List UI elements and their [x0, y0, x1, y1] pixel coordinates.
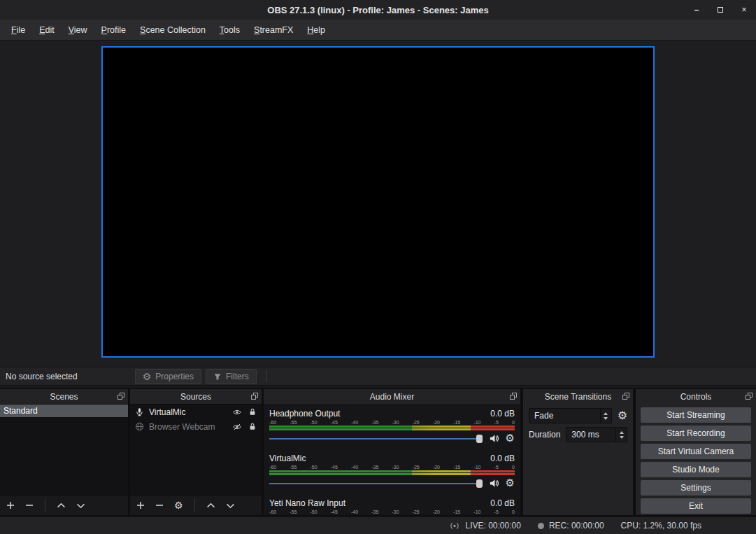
titlebar: OBS 27.1.3 (linux) - Profile: James - Sc… — [0, 0, 756, 20]
window-controls: – × — [692, 0, 749, 20]
popout-icon — [251, 393, 258, 400]
filters-button[interactable]: Filters — [206, 369, 257, 384]
source-toolbar: No source selected ⚙ Properties Filters — [0, 367, 756, 386]
menu-item-file[interactable]: File — [4, 22, 32, 38]
source-row-virtualmic[interactable]: VirtualMic — [130, 405, 262, 419]
close-button[interactable]: × — [739, 5, 749, 15]
minimize-button[interactable]: – — [692, 5, 701, 15]
source-properties-button[interactable]: ⚙ — [174, 500, 183, 510]
add-source-button[interactable] — [136, 501, 145, 510]
menu-item-view[interactable]: View — [62, 22, 94, 38]
move-scene-up-button[interactable] — [57, 503, 66, 509]
duration-value: 300 ms — [571, 430, 599, 440]
sources-popout-button[interactable] — [251, 393, 258, 400]
scene-transitions-body: Fade ⚙ Duration 300 ms — [523, 404, 633, 447]
visibility-toggle[interactable] — [232, 408, 242, 416]
rec-label: REC: 00:00:00 — [549, 521, 604, 531]
controls-body: Start Streaming Start Recording Start Vi… — [636, 404, 756, 520]
chevron-up-icon — [57, 503, 66, 509]
menu-item-edit[interactable]: Edit — [32, 22, 62, 38]
scenes-popout-button[interactable] — [117, 393, 124, 400]
gear-icon: ⚙ — [174, 500, 183, 510]
duration-decrease-button[interactable] — [620, 436, 624, 439]
performance-stats: CPU: 1.2%, 30.00 fps — [621, 521, 701, 531]
combo-arrows — [600, 409, 611, 423]
preview-area — [0, 41, 756, 367]
volume-slider[interactable] — [269, 483, 483, 484]
sources-dock: Sources VirtualMic — [130, 389, 262, 515]
gear-icon: ⚙ — [506, 433, 515, 444]
eye-slash-icon — [232, 423, 242, 431]
mute-button[interactable] — [489, 478, 499, 489]
properties-label: Properties — [155, 372, 194, 381]
broadcast-icon — [449, 521, 460, 531]
chevron-down-icon — [604, 417, 608, 420]
transition-settings-button[interactable]: ⚙ — [618, 410, 627, 421]
close-icon: × — [741, 5, 746, 15]
volume-slider-handle[interactable] — [476, 479, 483, 488]
chevron-down-icon — [620, 436, 624, 439]
menu-item-scene-collection[interactable]: Scene Collection — [133, 22, 213, 38]
statusbar: LIVE: 00:00:00 REC: 00:00:00 CPU: 1.2%, … — [0, 517, 756, 534]
chevron-up-icon — [620, 431, 624, 434]
scenes-toolbar — [0, 495, 128, 515]
channel-level: 0.0 dB — [490, 498, 515, 508]
preview-canvas[interactable] — [101, 46, 655, 358]
settings-button[interactable]: Settings — [641, 480, 751, 496]
audio-mixer-dock: Audio Mixer Headphone Output 0.0 dB -60-… — [264, 389, 520, 515]
remove-source-button[interactable] — [155, 501, 164, 510]
gear-icon: ⚙ — [618, 410, 627, 421]
scene-item-standard[interactable]: Standard — [0, 405, 128, 417]
minus-icon — [155, 501, 164, 510]
meter-scale: -60-55-50-45-40-35-30-25-20-15-10-50 — [269, 509, 515, 515]
filter-icon — [213, 372, 222, 381]
menu-item-help[interactable]: Help — [300, 22, 332, 38]
plus-icon — [136, 501, 145, 510]
properties-button[interactable]: ⚙ Properties — [135, 369, 201, 384]
exit-button[interactable]: Exit — [641, 498, 751, 514]
source-name: VirtualMic — [149, 407, 185, 417]
menu-item-streamfx[interactable]: StreamFX — [247, 22, 300, 38]
move-source-down-button[interactable] — [226, 503, 235, 509]
volume-slider[interactable] — [269, 438, 483, 440]
scene-transitions-dock: Scene Transitions Fade — [523, 389, 633, 515]
source-row-browser-webcam[interactable]: Browser Webcam — [130, 419, 262, 434]
mute-button[interactable] — [489, 433, 499, 444]
volume-slider-handle[interactable] — [476, 435, 483, 443]
chevron-down-icon — [226, 503, 235, 509]
popout-icon — [622, 393, 629, 400]
lock-icon — [248, 422, 257, 431]
add-scene-button[interactable] — [6, 501, 15, 510]
speaker-icon — [489, 433, 499, 444]
visibility-toggle[interactable] — [232, 423, 242, 431]
popout-icon — [746, 393, 753, 400]
start-recording-button[interactable]: Start Recording — [641, 426, 751, 441]
channel-settings-button[interactable]: ⚙ — [506, 433, 515, 444]
lock-toggle[interactable] — [248, 422, 257, 431]
toolbar-separator — [266, 370, 267, 382]
duration-spinbox[interactable]: 300 ms — [566, 427, 627, 442]
controls-title: Controls — [680, 392, 712, 402]
popout-icon — [510, 393, 517, 400]
remove-scene-button[interactable] — [25, 501, 34, 510]
duration-increase-button[interactable] — [620, 431, 624, 434]
lock-toggle[interactable] — [248, 407, 257, 416]
spin-arrows — [615, 428, 627, 442]
plus-icon — [6, 501, 15, 510]
channel-settings-button[interactable]: ⚙ — [506, 478, 515, 489]
audio-mixer-popout-button[interactable] — [510, 393, 517, 400]
start-streaming-button[interactable]: Start Streaming — [641, 407, 751, 423]
move-scene-down-button[interactable] — [76, 503, 85, 509]
scenes-dock: Scenes Standard — [0, 389, 128, 515]
move-source-up-button[interactable] — [206, 503, 215, 509]
transitions-popout-button[interactable] — [622, 393, 629, 400]
start-virtual-camera-button[interactable]: Start Virtual Camera — [641, 444, 751, 459]
menu-item-profile[interactable]: Profile — [94, 22, 133, 38]
filters-label: Filters — [226, 372, 249, 381]
transition-select[interactable]: Fade — [529, 408, 612, 423]
studio-mode-button[interactable]: Studio Mode — [641, 462, 751, 477]
controls-popout-button[interactable] — [746, 393, 753, 400]
menu-item-tools[interactable]: Tools — [213, 22, 247, 38]
gear-icon: ⚙ — [143, 372, 152, 381]
maximize-button[interactable] — [715, 5, 725, 15]
